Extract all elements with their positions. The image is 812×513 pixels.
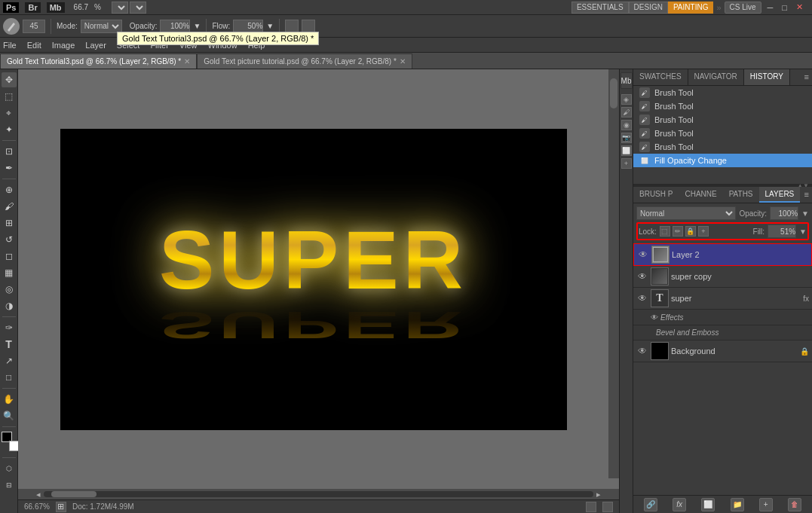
super-text-eye[interactable]: 👁 [636,292,648,304]
history-item-5[interactable]: 🖌 Brush Tool [633,140,812,154]
type-tool[interactable]: T [2,337,17,352]
quick-select-tool[interactable]: ✦ [2,122,17,137]
canvas-hscroll-thumb[interactable] [51,491,97,497]
history-item-3[interactable]: 🖌 Brush Tool [633,113,812,127]
lock-all-icon[interactable]: 🔒 [685,226,696,237]
menu-file[interactable]: File [3,41,17,50]
delete-layer-btn[interactable]: 🗑 [788,498,801,511]
opacity-stepper[interactable]: ▼ [801,209,809,218]
lock-pixels-icon[interactable]: ⬚ [660,226,670,237]
tab-swatches[interactable]: SWATCHES [633,69,688,85]
eyedropper-tool[interactable]: ✒ [2,160,17,176]
heal-tool[interactable]: ⊕ [2,182,17,197]
pen-tool[interactable]: ✑ [2,320,17,335]
quick-mask-tool[interactable]: ⬡ [2,461,17,476]
mini-tool-mb[interactable]: Mb [620,72,633,89]
crop-tool[interactable]: ⊡ [2,144,17,159]
mode-select[interactable]: Normal [81,20,122,33]
mini-mask-btn[interactable]: ⬜ [621,145,632,156]
menu-layer[interactable]: Layer [85,41,106,50]
new-layer-btn[interactable]: + [759,498,773,511]
br-logo[interactable]: Br [25,2,40,13]
mini-camera-btn[interactable]: 📷 [621,133,632,143]
doc-tab-2-close[interactable]: ✕ [400,57,406,66]
tab-brush-presets[interactable]: BRUSH P [633,187,679,203]
mini-eye-btn[interactable]: ◉ [621,120,632,130]
color-picker[interactable] [2,432,17,448]
hand-tool[interactable]: ✋ [2,392,17,407]
tab-channels[interactable]: CHANNE [679,187,722,203]
minimize-btn[interactable]: ─ [768,3,774,12]
layer-item-super-copy[interactable]: 👁 super copy [633,266,812,288]
layer-item-effects[interactable]: 👁 Effects [633,310,812,325]
mini-color-btn[interactable]: ◈ [621,94,632,105]
brush-tool-icon[interactable] [3,18,20,35]
blend-mode-select[interactable]: Normal [636,206,736,220]
maximize-btn[interactable]: □ [782,3,787,12]
essentials-btn[interactable]: ESSENTIALS [571,2,629,14]
cs-live-btn[interactable]: CS Live [725,2,761,14]
zoom-indicator[interactable]: ⊞ [56,502,66,512]
lock-extra-icon[interactable]: + [698,226,709,237]
scroll-to-end-btn[interactable] [602,502,613,512]
layer2-eye[interactable]: 👁 [637,249,649,261]
tab-layers[interactable]: LAYERS [759,187,801,203]
canvas-vscroll-thumb[interactable] [610,78,617,108]
layer-item-layer2[interactable]: 👁 Layer 2 [633,243,812,266]
tab-navigator[interactable]: NAVIGATOR [688,69,744,85]
move-tool[interactable]: ✥ [2,72,17,87]
doc-tab-active-close[interactable]: ✕ [184,57,190,66]
opacity-value-input[interactable] [770,206,798,220]
path-select-tool[interactable]: ↗ [2,353,17,368]
doc-tab-2[interactable]: Gold Text picture tutorial.psd @ 66.7% (… [197,53,412,69]
canvas-vscroll[interactable] [608,69,619,478]
link-layers-btn[interactable]: 🔗 [644,498,657,511]
flow-input[interactable] [233,20,263,33]
opacity-input[interactable] [160,20,190,33]
layout-select[interactable] [130,2,146,14]
layers-menu-btn[interactable]: ≡ [801,187,812,203]
opacity-arrow[interactable]: ▼ [193,22,201,30]
background-eye[interactable]: 👁 [636,345,648,357]
gradient-tool[interactable]: ▦ [2,265,17,280]
marquee-tool[interactable]: ⬚ [2,89,17,104]
painting-btn[interactable]: PAINTING [668,2,713,14]
history-item-4[interactable]: 🖌 Brush Tool [633,127,812,140]
tablet-btn[interactable] [302,20,315,33]
panel-menu-btn[interactable]: ≡ [801,69,812,85]
layer-item-super-text[interactable]: 👁 T super fx [633,288,812,310]
airbrush-btn[interactable] [285,20,299,33]
mini-extra-btn[interactable]: + [621,158,632,169]
close-btn[interactable]: ✕ [796,2,803,12]
fill-stepper[interactable]: ▼ [799,227,807,236]
history-item-fill[interactable]: ⬜ Fill Opacity Change [633,154,812,167]
scroll-right-btn[interactable]: ▸ [593,489,604,499]
scroll-left-btn[interactable]: ◂ [33,489,44,499]
brush-size-input[interactable] [23,20,45,33]
tab-history[interactable]: HISTORY [744,69,790,85]
fill-value-input[interactable] [768,224,796,238]
mb-logo[interactable]: Mb [47,2,65,13]
layer-item-background[interactable]: 👁 Background 🔒 [633,340,812,362]
add-mask-btn[interactable]: ⬜ [701,498,715,511]
view-select[interactable] [112,2,128,14]
tab-paths[interactable]: PATHS [723,187,759,203]
stamp-tool[interactable]: ⊞ [2,215,17,231]
shape-tool[interactable]: □ [2,370,17,385]
brush-tool[interactable]: 🖌 [2,199,17,214]
mini-brush-btn[interactable]: 🖌 [621,107,632,118]
screen-mode-tool[interactable]: ⊟ [2,478,17,493]
history-brush-tool[interactable]: ↺ [2,232,17,247]
history-item-2[interactable]: 🖌 Brush Tool [633,99,812,113]
menu-edit[interactable]: Edit [27,41,41,50]
lasso-tool[interactable]: ⌖ [2,105,17,121]
design-btn[interactable]: DESIGN [629,2,668,14]
menu-image[interactable]: Image [52,41,75,50]
dodge-tool[interactable]: ◑ [2,298,17,313]
fx-btn[interactable]: fx [673,498,686,511]
eraser-tool[interactable]: ◻ [2,249,17,264]
scroll-to-start-btn[interactable] [586,502,596,512]
super-copy-eye[interactable]: 👁 [636,270,648,282]
effects-eye[interactable]: 👁 [648,311,660,323]
lock-position-icon[interactable]: ✏ [673,226,683,237]
